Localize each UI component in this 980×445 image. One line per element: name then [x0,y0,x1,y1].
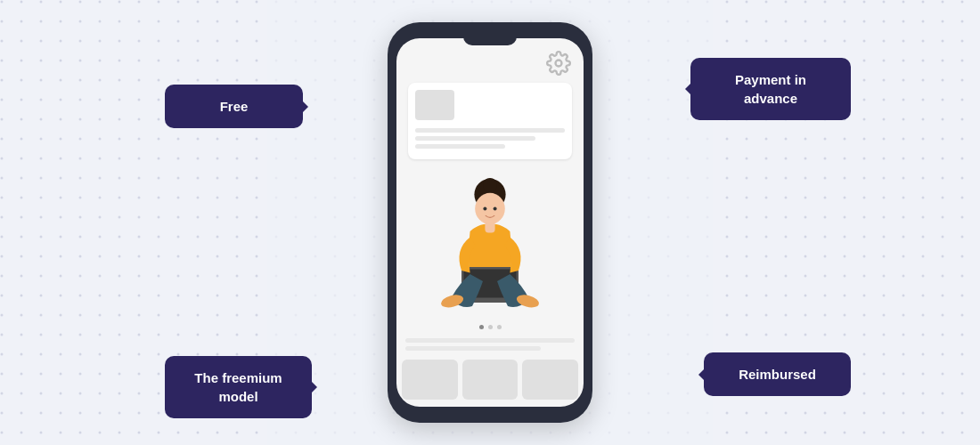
ui-line [415,136,535,141]
svg-rect-7 [485,222,494,233]
bottom-card [522,360,578,400]
freemium-label: The freemium model [194,370,282,404]
reimbursed-bubble: Reimbursed [704,352,851,396]
svg-point-13 [494,206,497,210]
bottom-card [462,360,519,400]
ui-line [405,346,541,351]
phone-ui-card [408,83,573,159]
phone-frame [388,22,592,423]
phone-mockup [388,22,592,423]
person-illustration [396,163,584,320]
freemium-bubble: The freemium model [165,356,312,418]
bottom-cards-row [396,360,584,407]
ui-line [415,128,566,133]
ui-line [405,338,575,343]
card-image [415,90,454,120]
ui-line [415,144,505,149]
payment-bubble: Payment in advance [690,58,851,120]
gear-icon [546,51,571,76]
person-svg [419,150,561,328]
reimbursed-label: Reimbursed [739,367,816,382]
svg-point-6 [475,193,505,224]
free-label: Free [220,99,249,114]
content-lines [396,335,584,360]
payment-label: Payment in advance [735,72,806,106]
svg-point-3 [556,61,562,67]
bottom-card [402,360,458,400]
free-bubble: Free [165,85,303,128]
phone-screen [396,38,584,407]
svg-point-5 [483,178,497,192]
phone-notch [463,33,517,45]
svg-point-12 [483,206,486,210]
